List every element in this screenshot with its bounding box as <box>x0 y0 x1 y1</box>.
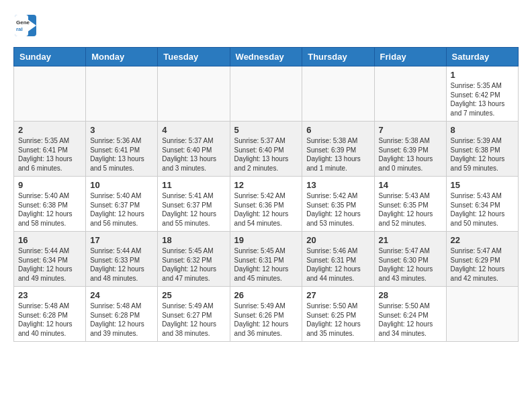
day-info: Sunrise: 5:43 AM Sunset: 6:35 PM Dayligh… <box>379 191 442 228</box>
calendar-cell: 14Sunrise: 5:43 AM Sunset: 6:35 PM Dayli… <box>374 177 446 232</box>
day-number: 28 <box>379 290 442 300</box>
day-number: 19 <box>234 235 298 245</box>
calendar-week-row: 9Sunrise: 5:40 AM Sunset: 6:38 PM Daylig… <box>14 177 519 232</box>
day-number: 26 <box>234 290 298 300</box>
day-info: Sunrise: 5:41 AM Sunset: 6:37 PM Dayligh… <box>162 191 225 228</box>
day-info: Sunrise: 5:50 AM Sunset: 6:25 PM Dayligh… <box>306 302 369 338</box>
day-info: Sunrise: 5:37 AM Sunset: 6:40 PM Dayligh… <box>162 136 225 173</box>
calendar-cell <box>374 66 446 122</box>
calendar-cell: 26Sunrise: 5:49 AM Sunset: 6:26 PM Dayli… <box>230 287 302 342</box>
calendar-cell: 12Sunrise: 5:42 AM Sunset: 6:36 PM Dayli… <box>230 177 302 232</box>
day-number: 4 <box>162 125 225 135</box>
day-info: Sunrise: 5:44 AM Sunset: 6:33 PM Dayligh… <box>90 246 153 283</box>
calendar-cell: 21Sunrise: 5:47 AM Sunset: 6:30 PM Dayli… <box>374 232 446 287</box>
day-number: 27 <box>306 290 369 300</box>
calendar-cell: 18Sunrise: 5:45 AM Sunset: 6:32 PM Dayli… <box>158 232 230 287</box>
day-number: 1 <box>451 70 514 80</box>
calendar-cell: 10Sunrise: 5:40 AM Sunset: 6:37 PM Dayli… <box>86 177 158 232</box>
day-number: 11 <box>162 180 225 190</box>
day-number: 14 <box>379 180 442 190</box>
calendar-cell: 27Sunrise: 5:50 AM Sunset: 6:25 PM Dayli… <box>302 287 374 342</box>
day-number: 16 <box>18 235 81 245</box>
day-info: Sunrise: 5:47 AM Sunset: 6:29 PM Dayligh… <box>451 246 514 283</box>
svg-rect-2 <box>15 15 28 36</box>
calendar-cell <box>14 66 86 122</box>
day-info: Sunrise: 5:48 AM Sunset: 6:28 PM Dayligh… <box>18 302 81 338</box>
day-info: Sunrise: 5:43 AM Sunset: 6:34 PM Dayligh… <box>451 191 514 228</box>
calendar-week-row: 1Sunrise: 5:35 AM Sunset: 6:42 PM Daylig… <box>14 66 519 122</box>
day-number: 17 <box>90 235 153 245</box>
calendar-cell <box>158 66 230 122</box>
header: Gene ral <box>13 13 519 40</box>
day-number: 10 <box>90 180 153 190</box>
calendar-cell: 16Sunrise: 5:44 AM Sunset: 6:34 PM Dayli… <box>14 232 86 287</box>
day-number: 5 <box>234 125 298 135</box>
day-number: 7 <box>379 125 442 135</box>
day-number: 25 <box>162 290 225 300</box>
calendar-cell <box>302 66 374 122</box>
calendar: SundayMondayTuesdayWednesdayThursdayFrid… <box>13 47 519 342</box>
day-number: 18 <box>162 235 225 245</box>
calendar-cell: 7Sunrise: 5:38 AM Sunset: 6:39 PM Daylig… <box>374 122 446 177</box>
svg-text:Gene: Gene <box>16 19 30 26</box>
calendar-week-row: 2Sunrise: 5:35 AM Sunset: 6:41 PM Daylig… <box>14 122 519 177</box>
day-number: 21 <box>379 235 442 245</box>
day-info: Sunrise: 5:38 AM Sunset: 6:39 PM Dayligh… <box>306 136 369 173</box>
day-info: Sunrise: 5:48 AM Sunset: 6:28 PM Dayligh… <box>90 302 153 338</box>
day-info: Sunrise: 5:45 AM Sunset: 6:31 PM Dayligh… <box>234 246 298 283</box>
day-number: 6 <box>306 125 369 135</box>
logo: Gene ral <box>13 13 40 40</box>
calendar-cell: 23Sunrise: 5:48 AM Sunset: 6:28 PM Dayli… <box>14 287 86 342</box>
calendar-week-row: 23Sunrise: 5:48 AM Sunset: 6:28 PM Dayli… <box>14 287 519 342</box>
day-info: Sunrise: 5:50 AM Sunset: 6:24 PM Dayligh… <box>379 302 442 338</box>
day-number: 15 <box>451 180 514 190</box>
calendar-cell: 5Sunrise: 5:37 AM Sunset: 6:40 PM Daylig… <box>230 122 302 177</box>
calendar-cell: 4Sunrise: 5:37 AM Sunset: 6:40 PM Daylig… <box>158 122 230 177</box>
day-info: Sunrise: 5:36 AM Sunset: 6:41 PM Dayligh… <box>90 136 153 173</box>
day-info: Sunrise: 5:35 AM Sunset: 6:42 PM Dayligh… <box>451 81 514 118</box>
day-info: Sunrise: 5:40 AM Sunset: 6:37 PM Dayligh… <box>90 191 153 228</box>
day-header-sunday: Sunday <box>14 48 86 66</box>
day-header-saturday: Saturday <box>446 48 518 66</box>
day-info: Sunrise: 5:42 AM Sunset: 6:35 PM Dayligh… <box>306 191 369 228</box>
day-number: 9 <box>18 180 81 190</box>
day-info: Sunrise: 5:49 AM Sunset: 6:27 PM Dayligh… <box>162 302 225 338</box>
svg-text:ral: ral <box>16 26 23 32</box>
calendar-header-row: SundayMondayTuesdayWednesdayThursdayFrid… <box>14 48 519 66</box>
calendar-cell: 13Sunrise: 5:42 AM Sunset: 6:35 PM Dayli… <box>302 177 374 232</box>
day-info: Sunrise: 5:46 AM Sunset: 6:31 PM Dayligh… <box>306 246 369 283</box>
calendar-cell: 8Sunrise: 5:39 AM Sunset: 6:38 PM Daylig… <box>446 122 518 177</box>
day-info: Sunrise: 5:40 AM Sunset: 6:38 PM Dayligh… <box>18 191 81 228</box>
day-number: 23 <box>18 290 81 300</box>
day-header-monday: Monday <box>86 48 158 66</box>
day-info: Sunrise: 5:49 AM Sunset: 6:26 PM Dayligh… <box>234 302 298 338</box>
calendar-cell: 1Sunrise: 5:35 AM Sunset: 6:42 PM Daylig… <box>446 66 518 122</box>
day-info: Sunrise: 5:39 AM Sunset: 6:38 PM Dayligh… <box>451 136 514 173</box>
day-number: 12 <box>234 180 298 190</box>
day-number: 24 <box>90 290 153 300</box>
day-info: Sunrise: 5:35 AM Sunset: 6:41 PM Dayligh… <box>18 136 81 173</box>
day-info: Sunrise: 5:38 AM Sunset: 6:39 PM Dayligh… <box>379 136 442 173</box>
calendar-cell: 24Sunrise: 5:48 AM Sunset: 6:28 PM Dayli… <box>86 287 158 342</box>
calendar-cell <box>86 66 158 122</box>
calendar-cell: 15Sunrise: 5:43 AM Sunset: 6:34 PM Dayli… <box>446 177 518 232</box>
calendar-cell: 2Sunrise: 5:35 AM Sunset: 6:41 PM Daylig… <box>14 122 86 177</box>
day-header-thursday: Thursday <box>302 48 374 66</box>
calendar-cell: 6Sunrise: 5:38 AM Sunset: 6:39 PM Daylig… <box>302 122 374 177</box>
day-header-tuesday: Tuesday <box>158 48 230 66</box>
day-number: 22 <box>451 235 514 245</box>
calendar-cell: 20Sunrise: 5:46 AM Sunset: 6:31 PM Dayli… <box>302 232 374 287</box>
day-info: Sunrise: 5:45 AM Sunset: 6:32 PM Dayligh… <box>162 246 225 283</box>
day-info: Sunrise: 5:37 AM Sunset: 6:40 PM Dayligh… <box>234 136 298 173</box>
calendar-cell: 28Sunrise: 5:50 AM Sunset: 6:24 PM Dayli… <box>374 287 446 342</box>
day-number: 20 <box>306 235 369 245</box>
logo-graphic: Gene ral <box>13 13 38 40</box>
calendar-cell: 17Sunrise: 5:44 AM Sunset: 6:33 PM Dayli… <box>86 232 158 287</box>
day-number: 13 <box>306 180 369 190</box>
calendar-cell: 22Sunrise: 5:47 AM Sunset: 6:29 PM Dayli… <box>446 232 518 287</box>
calendar-cell: 19Sunrise: 5:45 AM Sunset: 6:31 PM Dayli… <box>230 232 302 287</box>
calendar-cell <box>446 287 518 342</box>
day-info: Sunrise: 5:42 AM Sunset: 6:36 PM Dayligh… <box>234 191 298 228</box>
calendar-cell: 25Sunrise: 5:49 AM Sunset: 6:27 PM Dayli… <box>158 287 230 342</box>
day-number: 2 <box>18 125 81 135</box>
